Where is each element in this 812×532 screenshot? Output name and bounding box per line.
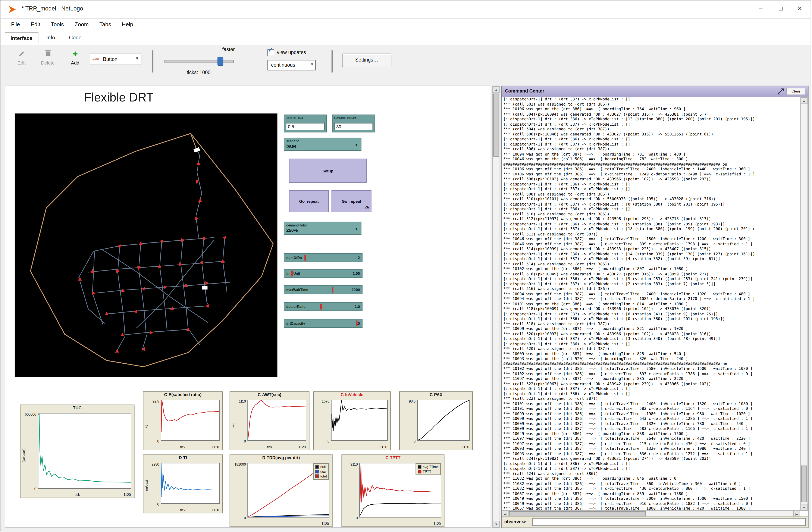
slider-timeunit[interactable]: timeUnit 1.00 xyxy=(284,269,363,278)
scroll-up-arrow[interactable]: ▲ xyxy=(493,86,500,93)
menu-item-tools[interactable]: Tools xyxy=(47,19,68,27)
command-center-horizontal-scrollbar[interactable]: ◀ ▶ xyxy=(502,510,800,517)
slider-thumb[interactable] xyxy=(332,287,333,293)
menu-item-help[interactable]: Help xyxy=(117,19,137,27)
scrollbar-thumb[interactable] xyxy=(801,465,807,502)
go-repeat-forever-button[interactable]: Go_repeat ⟳ xyxy=(332,190,372,212)
scroll-down-arrow[interactable]: ▼ xyxy=(801,504,808,511)
plot-xmax-label: 1120 xyxy=(299,445,306,449)
plot-x-axis-label: tick xyxy=(143,508,222,512)
tab-info[interactable]: Info xyxy=(41,32,61,43)
netlogo-logo-icon xyxy=(8,5,16,14)
plot-area xyxy=(331,400,388,441)
plot-area xyxy=(161,463,220,504)
clear-button[interactable]: Clear xyxy=(786,88,806,95)
scroll-down-arrow[interactable]: ▼ xyxy=(493,521,500,528)
slider-numofdrt[interactable]: numOfDrt 2 xyxy=(284,253,363,262)
plot-origin-label: 0 xyxy=(143,502,159,506)
settings-button[interactable]: Settings… xyxy=(342,54,391,67)
input-fleetdisttosta[interactable]: FleetDistToSta 0.5 xyxy=(284,115,327,132)
maximize-button[interactable]: □ xyxy=(772,0,790,16)
plot-title: TUC xyxy=(20,406,134,411)
pencil-icon xyxy=(18,49,25,57)
chooser-scenario[interactable]: scenario base ▼ xyxy=(284,138,361,150)
title-bar[interactable]: * TRR_model - NetLogo – □ ✕ xyxy=(0,0,811,19)
plot-legend: nullecctotal xyxy=(313,463,329,480)
detach-icon[interactable] xyxy=(778,88,784,95)
close-button[interactable]: ✕ xyxy=(791,0,809,16)
plot-x-axis-label: tick xyxy=(230,445,309,449)
world-view[interactable] xyxy=(15,113,277,377)
delete-button[interactable]: Delete xyxy=(38,49,58,66)
menu-item-edit[interactable]: Edit xyxy=(27,19,44,27)
slider-thumb[interactable] xyxy=(356,320,357,326)
menu-item-zoom[interactable]: Zoom xyxy=(70,19,93,27)
observer-input[interactable] xyxy=(532,518,806,526)
tab-code[interactable]: Code xyxy=(63,32,87,43)
plot-x-axis-label: tick xyxy=(20,493,134,497)
legend-swatch xyxy=(315,475,319,478)
slider-drtcapacity[interactable]: drtCapacity 10 xyxy=(284,319,363,328)
command-center: Command Center Clear [::dispatchDrt-1] d… xyxy=(501,86,809,528)
minimize-button[interactable]: – xyxy=(752,0,770,16)
edit-button[interactable]: Edit xyxy=(11,49,32,66)
scroll-left-arrow[interactable]: ◀ xyxy=(502,511,509,517)
plot-xmax-label: 1120 xyxy=(321,522,329,526)
slider-maxwaittime[interactable]: maxWaitTime 1200 xyxy=(284,285,363,294)
series-awt xyxy=(248,400,306,439)
trash-icon xyxy=(44,49,51,57)
plot-title: C-InVehicle xyxy=(314,392,390,397)
plot-origin-label: 0 xyxy=(400,439,416,443)
series-satisfied-ratio xyxy=(161,400,219,432)
plot-origin-label: 0 xyxy=(143,439,159,443)
toolbar-separator xyxy=(152,51,154,72)
speed-label: faster xyxy=(222,46,235,52)
update-mode-dropdown[interactable]: continuous ▾ xyxy=(267,60,316,70)
interface-panel: Flexible DRT xyxy=(5,86,491,528)
setup-button[interactable]: Setup xyxy=(289,159,367,183)
speed-slider-thumb[interactable] xyxy=(217,57,223,66)
plot: C-PAX 93.6 0 1120 xyxy=(399,391,473,450)
menu-item-file[interactable]: File xyxy=(7,19,24,27)
scroll-right-arrow[interactable]: ▶ xyxy=(793,511,800,517)
plot-y-axis-label: % xyxy=(145,425,148,428)
scrollbar-thumb[interactable] xyxy=(509,511,646,517)
repeat-icon: ⟳ xyxy=(365,205,369,211)
plot-ymax-label: 93.6 xyxy=(400,399,416,403)
slider-thumb[interactable] xyxy=(304,255,306,261)
chevron-down-icon: ▼ xyxy=(135,56,139,61)
plot-ymax-label: 9250 xyxy=(143,462,159,466)
window-title: * TRR_model - NetLogo xyxy=(21,5,83,12)
chooser-demandratio[interactable]: demandRatio 250% ▼ xyxy=(284,222,361,235)
command-center-header: Command Center Clear xyxy=(502,86,808,97)
slider-thumb[interactable] xyxy=(291,271,293,276)
plot-ymax-label: 181000 xyxy=(230,462,246,466)
series-avg-TTime xyxy=(360,503,441,516)
scrollbar-thumb[interactable] xyxy=(493,94,499,157)
speed-slider[interactable] xyxy=(164,60,234,63)
legend-item: TPTT xyxy=(417,469,438,474)
add-button[interactable]: + Add xyxy=(64,49,85,66)
tab-interface[interactable]: Interface xyxy=(5,32,38,44)
plot-xmax-label: 1120 xyxy=(212,508,219,512)
plot-origin-label: 0 xyxy=(230,439,246,443)
drt-stop-markers xyxy=(78,161,228,353)
slider-detourratio[interactable]: detourRatio 1.0 xyxy=(284,302,363,311)
command-center-vertical-scrollbar[interactable]: ▲ ▼ xyxy=(800,97,808,511)
scroll-up-arrow[interactable]: ▲ xyxy=(801,97,808,104)
plot: D-TDD(avg per drt) 181000 0 1120 nullecc… xyxy=(230,455,333,527)
legend-item: total xyxy=(315,474,327,478)
plot-area xyxy=(161,400,220,441)
toolbar-separator xyxy=(332,51,333,72)
go-repeat-button[interactable]: Go_repeat xyxy=(289,190,329,212)
menu-item-tabs[interactable]: Tabs xyxy=(95,19,115,27)
plot-ymax-label: 1670 xyxy=(314,399,330,403)
plot-y-axis-label: (won/pax) xyxy=(22,449,25,463)
interface-vertical-scrollbar[interactable]: ▲ ▼ xyxy=(492,86,500,528)
plot-ymax-label: 600000 xyxy=(20,412,36,416)
input-numdrttofleetdist[interactable]: numDrtToFleetDist 30 xyxy=(332,115,375,132)
slider-thumb[interactable] xyxy=(320,304,321,310)
widget-type-dropdown[interactable]: abc Button ▼ xyxy=(90,54,142,65)
view-updates-label: view updates xyxy=(277,49,306,55)
plot-area xyxy=(417,400,470,441)
